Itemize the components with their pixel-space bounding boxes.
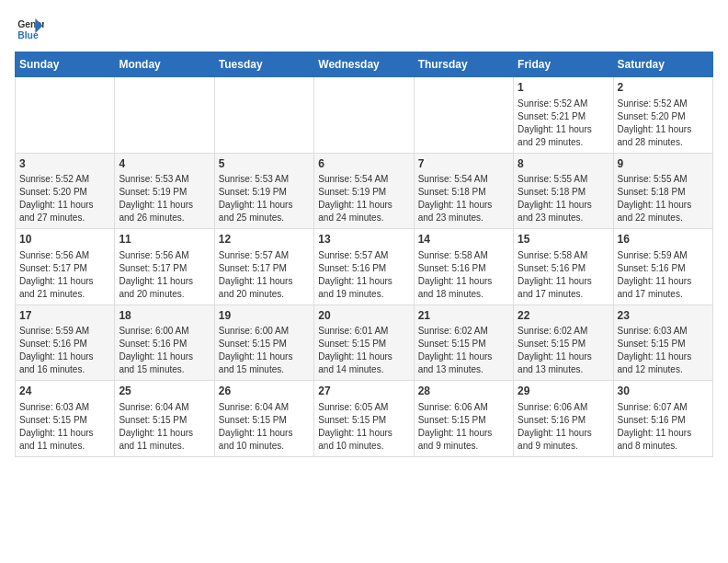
day-number: 1 [518,81,609,96]
calendar-week-row: 17Sunrise: 5:59 AM Sunset: 5:16 PM Dayli… [16,304,713,381]
calendar-week-row: 3Sunrise: 5:52 AM Sunset: 5:20 PM Daylig… [16,153,713,229]
weekday-header-saturday: Saturday [613,52,712,77]
weekday-header-thursday: Thursday [414,52,513,77]
day-info: Sunrise: 5:58 AM Sunset: 5:16 PM Dayligh… [418,249,509,301]
calendar-header-row: SundayMondayTuesdayWednesdayThursdayFrid… [16,52,713,77]
weekday-header-friday: Friday [514,52,613,77]
day-number: 6 [318,157,409,172]
calendar-cell: 18Sunrise: 6:00 AM Sunset: 5:16 PM Dayli… [115,304,214,381]
calendar-cell [314,77,414,154]
calendar-cell [414,77,513,154]
calendar-cell: 4Sunrise: 5:53 AM Sunset: 5:19 PM Daylig… [115,153,214,229]
day-number: 23 [618,309,709,324]
calendar-cell: 12Sunrise: 5:57 AM Sunset: 5:17 PM Dayli… [214,229,313,305]
calendar-cell: 16Sunrise: 5:59 AM Sunset: 5:16 PM Dayli… [613,229,712,305]
logo-icon: General Blue [15,15,44,44]
day-info: Sunrise: 6:05 AM Sunset: 5:15 PM Dayligh… [318,401,409,453]
day-number: 5 [219,157,310,172]
day-info: Sunrise: 5:52 AM Sunset: 5:20 PM Dayligh… [618,98,709,149]
day-number: 28 [418,385,509,399]
day-number: 25 [119,385,210,399]
calendar-cell: 22Sunrise: 6:02 AM Sunset: 5:15 PM Dayli… [514,304,613,381]
day-info: Sunrise: 5:55 AM Sunset: 5:18 PM Dayligh… [618,173,709,224]
day-number: 12 [219,233,310,247]
day-number: 27 [318,385,409,399]
weekday-header-monday: Monday [115,52,214,77]
weekday-header-tuesday: Tuesday [214,52,313,77]
calendar-table: SundayMondayTuesdayWednesdayThursdayFrid… [15,52,713,457]
day-number: 4 [119,157,210,172]
day-number: 19 [219,309,310,324]
day-info: Sunrise: 5:53 AM Sunset: 5:19 PM Dayligh… [219,173,310,224]
calendar-cell: 27Sunrise: 6:05 AM Sunset: 5:15 PM Dayli… [314,381,414,457]
day-number: 29 [518,385,609,399]
calendar-cell: 19Sunrise: 6:00 AM Sunset: 5:15 PM Dayli… [214,304,313,381]
calendar-cell [214,77,313,154]
day-info: Sunrise: 6:07 AM Sunset: 5:16 PM Dayligh… [618,401,709,453]
calendar-cell: 14Sunrise: 5:58 AM Sunset: 5:16 PM Dayli… [414,229,513,305]
day-number: 26 [219,385,310,399]
calendar-cell: 11Sunrise: 5:56 AM Sunset: 5:17 PM Dayli… [115,229,214,305]
day-number: 11 [119,233,210,247]
day-info: Sunrise: 5:53 AM Sunset: 5:19 PM Dayligh… [119,173,210,224]
day-number: 9 [618,157,709,172]
day-info: Sunrise: 5:58 AM Sunset: 5:16 PM Dayligh… [518,249,609,301]
calendar-week-row: 1Sunrise: 5:52 AM Sunset: 5:21 PM Daylig… [16,77,713,154]
calendar-cell: 3Sunrise: 5:52 AM Sunset: 5:20 PM Daylig… [16,153,115,229]
calendar-cell: 25Sunrise: 6:04 AM Sunset: 5:15 PM Dayli… [115,381,214,457]
day-info: Sunrise: 5:57 AM Sunset: 5:16 PM Dayligh… [318,249,409,301]
calendar-cell: 15Sunrise: 5:58 AM Sunset: 5:16 PM Dayli… [514,229,613,305]
day-number: 24 [19,385,110,399]
day-info: Sunrise: 6:01 AM Sunset: 5:15 PM Dayligh… [318,325,409,376]
calendar-cell: 17Sunrise: 5:59 AM Sunset: 5:16 PM Dayli… [16,304,115,381]
day-info: Sunrise: 5:59 AM Sunset: 5:16 PM Dayligh… [19,325,110,376]
day-number: 16 [618,233,709,247]
day-info: Sunrise: 6:04 AM Sunset: 5:15 PM Dayligh… [219,401,310,453]
day-info: Sunrise: 5:52 AM Sunset: 5:20 PM Dayligh… [19,173,110,224]
calendar-cell: 26Sunrise: 6:04 AM Sunset: 5:15 PM Dayli… [214,381,313,457]
day-info: Sunrise: 6:02 AM Sunset: 5:15 PM Dayligh… [418,325,509,376]
day-info: Sunrise: 5:52 AM Sunset: 5:21 PM Dayligh… [518,98,609,149]
day-number: 18 [119,309,210,324]
day-number: 20 [318,309,409,324]
calendar-cell: 10Sunrise: 5:56 AM Sunset: 5:17 PM Dayli… [16,229,115,305]
calendar-week-row: 10Sunrise: 5:56 AM Sunset: 5:17 PM Dayli… [16,229,713,305]
day-number: 3 [19,157,110,172]
day-info: Sunrise: 5:54 AM Sunset: 5:19 PM Dayligh… [318,173,409,224]
day-number: 22 [518,309,609,324]
calendar-cell: 2Sunrise: 5:52 AM Sunset: 5:20 PM Daylig… [613,77,712,154]
calendar-cell: 9Sunrise: 5:55 AM Sunset: 5:18 PM Daylig… [613,153,712,229]
calendar-cell: 5Sunrise: 5:53 AM Sunset: 5:19 PM Daylig… [214,153,313,229]
day-number: 7 [418,157,509,172]
day-info: Sunrise: 5:57 AM Sunset: 5:17 PM Dayligh… [219,249,310,301]
day-number: 8 [518,157,609,172]
day-info: Sunrise: 5:55 AM Sunset: 5:18 PM Dayligh… [518,173,609,224]
day-info: Sunrise: 6:00 AM Sunset: 5:15 PM Dayligh… [219,325,310,376]
day-number: 2 [618,81,709,96]
day-number: 17 [19,309,110,324]
calendar-cell [115,77,214,154]
weekday-header-sunday: Sunday [16,52,115,77]
day-info: Sunrise: 6:02 AM Sunset: 5:15 PM Dayligh… [518,325,609,376]
calendar-cell: 7Sunrise: 5:54 AM Sunset: 5:18 PM Daylig… [414,153,513,229]
calendar-cell: 28Sunrise: 6:06 AM Sunset: 5:15 PM Dayli… [414,381,513,457]
calendar-cell: 24Sunrise: 6:03 AM Sunset: 5:15 PM Dayli… [16,381,115,457]
calendar-cell: 8Sunrise: 5:55 AM Sunset: 5:18 PM Daylig… [514,153,613,229]
logo: General Blue [15,15,44,44]
day-info: Sunrise: 6:04 AM Sunset: 5:15 PM Dayligh… [119,401,210,453]
weekday-header-wednesday: Wednesday [314,52,414,77]
day-number: 21 [418,309,509,324]
calendar-cell: 23Sunrise: 6:03 AM Sunset: 5:15 PM Dayli… [613,304,712,381]
day-info: Sunrise: 6:03 AM Sunset: 5:15 PM Dayligh… [19,401,110,453]
day-number: 14 [418,233,509,247]
calendar-cell [16,77,115,154]
calendar-week-row: 24Sunrise: 6:03 AM Sunset: 5:15 PM Dayli… [16,381,713,457]
calendar-cell: 29Sunrise: 6:06 AM Sunset: 5:16 PM Dayli… [514,381,613,457]
day-info: Sunrise: 5:56 AM Sunset: 5:17 PM Dayligh… [19,249,110,301]
calendar-cell: 21Sunrise: 6:02 AM Sunset: 5:15 PM Dayli… [414,304,513,381]
day-info: Sunrise: 6:00 AM Sunset: 5:16 PM Dayligh… [119,325,210,376]
day-info: Sunrise: 6:06 AM Sunset: 5:15 PM Dayligh… [418,401,509,453]
calendar-cell: 13Sunrise: 5:57 AM Sunset: 5:16 PM Dayli… [314,229,414,305]
day-info: Sunrise: 5:59 AM Sunset: 5:16 PM Dayligh… [618,249,709,301]
calendar-cell: 20Sunrise: 6:01 AM Sunset: 5:15 PM Dayli… [314,304,414,381]
